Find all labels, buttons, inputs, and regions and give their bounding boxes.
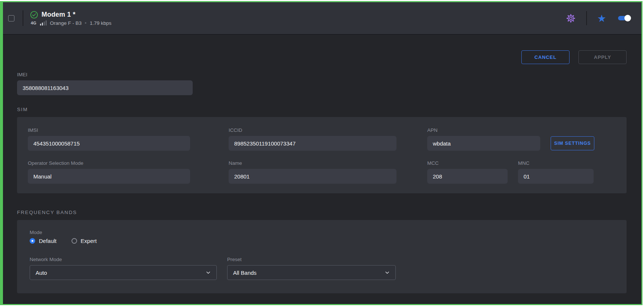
network-mode-label: Network Mode xyxy=(30,257,217,262)
apn-field: APN xyxy=(427,127,540,151)
name-label: Name xyxy=(229,160,396,166)
mcc-input[interactable] xyxy=(427,169,508,184)
mode-radio-expert[interactable]: Expert xyxy=(72,238,97,244)
mode-radio-group: Default Expert xyxy=(30,238,614,244)
mnc-label: MNC xyxy=(518,160,594,166)
preset-field: Preset All Bands xyxy=(227,257,396,280)
radio-checked-icon xyxy=(30,238,35,244)
header-divider xyxy=(23,10,23,26)
form-actions: CANCEL APPLY xyxy=(17,50,627,64)
connection-status-row: 4G Orange F - B3 1.79 kbps xyxy=(30,20,112,26)
modem-header: Modem 1 * 4G Orange F - B3 1.79 kbps xyxy=(3,2,641,35)
screen: Modem 1 * 4G Orange F - B3 1.79 kbps xyxy=(0,0,644,307)
sim-settings-button[interactable]: SIM SETTINGS xyxy=(551,136,594,150)
network-mode-value: Auto xyxy=(36,270,47,276)
favorite-star-icon[interactable]: ★ xyxy=(597,13,607,23)
network-mode-field: Network Mode Auto xyxy=(30,257,217,280)
network-type-badge: 4G xyxy=(31,21,37,25)
sim-panel: IMSI ICCID APN SIM SETTINGS Ope xyxy=(17,117,627,193)
apn-input[interactable] xyxy=(427,136,540,151)
radio-unchecked-icon xyxy=(72,238,77,244)
cancel-button[interactable]: CANCEL xyxy=(521,50,570,64)
imei-input[interactable] xyxy=(17,80,193,95)
frequency-bands-panel: Mode Default Expert Network Mode xyxy=(17,220,627,293)
mcc-label: MCC xyxy=(427,160,508,166)
throughput-value: 1.79 kbps xyxy=(90,20,112,26)
network-mode-select[interactable]: Auto xyxy=(30,265,217,280)
operator-name: Orange F - B3 xyxy=(50,20,82,26)
mcc-field: MCC xyxy=(427,160,508,184)
header-right: ★ xyxy=(565,11,630,25)
preset-value: All Bands xyxy=(233,270,256,276)
name-field: Name xyxy=(229,160,396,184)
operator-selection-mode-field: Operator Selection Mode xyxy=(28,160,190,184)
status-check-icon xyxy=(30,11,38,19)
mnc-field: MNC xyxy=(518,160,594,184)
preset-select[interactable]: All Bands xyxy=(227,265,396,280)
title-block: Modem 1 * 4G Orange F - B3 1.79 kbps xyxy=(30,11,112,26)
signal-strength-icon xyxy=(40,20,47,26)
gear-icon xyxy=(566,13,576,23)
iccid-input[interactable] xyxy=(229,136,396,151)
imei-field: IMEI xyxy=(17,72,193,95)
operator-selection-mode-label: Operator Selection Mode xyxy=(28,160,190,166)
modem-card: Modem 1 * 4G Orange F - B3 1.79 kbps xyxy=(0,1,643,305)
sim-section-label: SIM xyxy=(17,107,627,112)
apply-button[interactable]: APPLY xyxy=(578,50,627,64)
imsi-field: IMSI xyxy=(28,127,190,151)
modem-settings-form: CANCEL APPLY IMEI SIM IMSI ICCID xyxy=(3,35,641,305)
iccid-field: ICCID xyxy=(229,127,396,151)
mode-radio-default[interactable]: Default xyxy=(30,238,57,244)
modem-enable-toggle[interactable] xyxy=(618,16,630,20)
modem-select-checkbox[interactable] xyxy=(8,15,14,21)
imei-label: IMEI xyxy=(17,72,193,77)
chevron-down-icon xyxy=(206,270,211,275)
modem-settings-button[interactable] xyxy=(565,13,577,24)
iccid-label: ICCID xyxy=(229,127,396,133)
toggle-knob xyxy=(624,15,631,21)
preset-label: Preset xyxy=(227,257,396,262)
mnc-input[interactable] xyxy=(518,169,594,184)
page-title: Modem 1 * xyxy=(42,11,76,19)
name-input[interactable] xyxy=(229,169,396,184)
mode-label: Mode xyxy=(30,230,614,235)
imsi-input[interactable] xyxy=(28,136,190,151)
header-divider-2 xyxy=(586,11,587,25)
frequency-bands-section-label: FREQUENCY BANDS xyxy=(17,210,627,215)
apn-label: APN xyxy=(427,127,540,133)
chevron-down-icon xyxy=(385,270,390,275)
imsi-label: IMSI xyxy=(28,127,190,133)
dot-separator xyxy=(85,22,86,24)
operator-selection-mode-input[interactable] xyxy=(28,169,190,184)
header-left: Modem 1 * 4G Orange F - B3 1.79 kbps xyxy=(8,10,112,26)
